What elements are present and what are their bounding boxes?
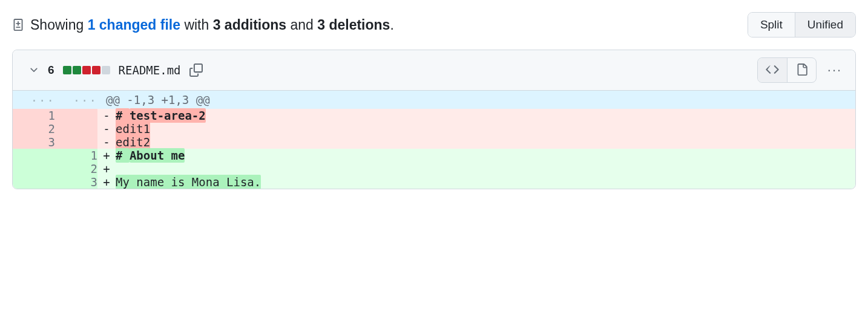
diff-line-content: + — [97, 162, 855, 175]
diff-summary-row: Showing 1 changed file with 3 additions … — [12, 12, 856, 37]
file-header-left: 6 README.md — [28, 63, 203, 77]
diffstat-blocks — [63, 66, 110, 74]
hunk-header-row: ... ... @@ -1,3 +1,3 @@ — [13, 91, 855, 109]
file-diff-icon — [12, 18, 24, 32]
summary-with: with — [184, 17, 209, 33]
diff-addition-row: 2+ — [13, 162, 855, 175]
display-mode-toggle — [757, 57, 817, 83]
diff-marker: - — [97, 122, 116, 135]
diff-marker: - — [97, 135, 116, 149]
hunk-ln-old[interactable]: ... — [13, 91, 55, 109]
diff-line-content: -# test-area-2 — [97, 109, 855, 122]
diffstat-del-block — [82, 66, 91, 74]
diff-marker: + — [97, 162, 116, 175]
diff-code: # test-area-2 — [116, 108, 206, 123]
diff-table: ... ... @@ -1,3 +1,3 @@ 1-# test-area-22… — [13, 91, 855, 189]
line-number-new[interactable]: 1 — [55, 149, 97, 162]
diff-code: edit1 — [116, 122, 150, 136]
unified-view-button[interactable]: Unified — [795, 13, 855, 37]
diff-deletion-row: 1-# test-area-2 — [13, 109, 855, 122]
line-number-old[interactable]: 3 — [13, 135, 55, 149]
diff-line-content: +# About me — [97, 149, 855, 162]
diff-summary: Showing 1 changed file with 3 additions … — [12, 17, 394, 33]
code-icon — [766, 63, 779, 78]
diff-deletion-row: 2-edit1 — [13, 122, 855, 135]
summary-deletions: 3 deletions — [317, 17, 390, 33]
line-number-new[interactable] — [55, 122, 97, 135]
hunk-ln-new[interactable]: ... — [55, 91, 97, 109]
line-number-old[interactable]: 1 — [13, 109, 55, 122]
summary-and: and — [290, 17, 313, 33]
rendered-view-button[interactable] — [787, 58, 816, 82]
split-view-button[interactable]: Split — [748, 13, 795, 37]
diffstat-add-block — [73, 66, 81, 74]
diff-line-content: -edit2 — [97, 135, 855, 149]
summary-period: . — [390, 17, 393, 33]
line-number-new[interactable] — [55, 109, 97, 122]
line-number-old[interactable] — [13, 175, 55, 189]
diff-code: edit2 — [116, 135, 150, 149]
file-change-count: 6 — [48, 63, 54, 77]
diff-addition-row: 1+# About me — [13, 149, 855, 162]
file-icon — [796, 63, 808, 77]
diff-marker: + — [97, 175, 116, 189]
diff-line-content: -edit1 — [97, 122, 855, 135]
summary-additions: 3 additions — [213, 17, 286, 33]
diffstat-add-block — [63, 66, 71, 74]
diffstat-neutral-block — [102, 66, 110, 74]
file-header: 6 README.md — [13, 50, 855, 91]
line-number-old[interactable] — [13, 149, 55, 162]
hunk-header-text: @@ -1,3 +1,3 @@ — [97, 91, 855, 109]
file-name[interactable]: README.md — [119, 63, 181, 77]
line-number-new[interactable]: 3 — [55, 175, 97, 189]
kebab-icon[interactable]: ··· — [825, 62, 844, 78]
diff-marker: + — [97, 149, 116, 162]
diff-code: My name is Mona Lisa. — [116, 175, 261, 189]
diff-deletion-row: 3-edit2 — [13, 135, 855, 149]
summary-prefix: Showing — [30, 17, 84, 33]
source-view-button[interactable] — [758, 58, 787, 82]
diff-view-toggle: Split Unified — [748, 12, 856, 37]
diff-addition-row: 3+My name is Mona Lisa. — [13, 175, 855, 189]
summary-text: Showing 1 changed file with 3 additions … — [30, 17, 394, 33]
line-number-old[interactable]: 2 — [13, 122, 55, 135]
diffstat-del-block — [92, 66, 100, 74]
changed-files-link[interactable]: 1 changed file — [88, 17, 180, 33]
line-number-new[interactable] — [55, 135, 97, 149]
line-number-new[interactable]: 2 — [55, 162, 97, 175]
copy-icon[interactable] — [189, 63, 203, 77]
file-diff-box: 6 README.md — [12, 50, 856, 189]
chevron-down-icon[interactable] — [28, 65, 39, 76]
diff-code: # About me — [116, 148, 185, 163]
diff-marker: - — [97, 109, 116, 122]
line-number-old[interactable] — [13, 162, 55, 175]
file-header-right: ··· — [757, 57, 844, 83]
diff-line-content: +My name is Mona Lisa. — [97, 175, 855, 189]
